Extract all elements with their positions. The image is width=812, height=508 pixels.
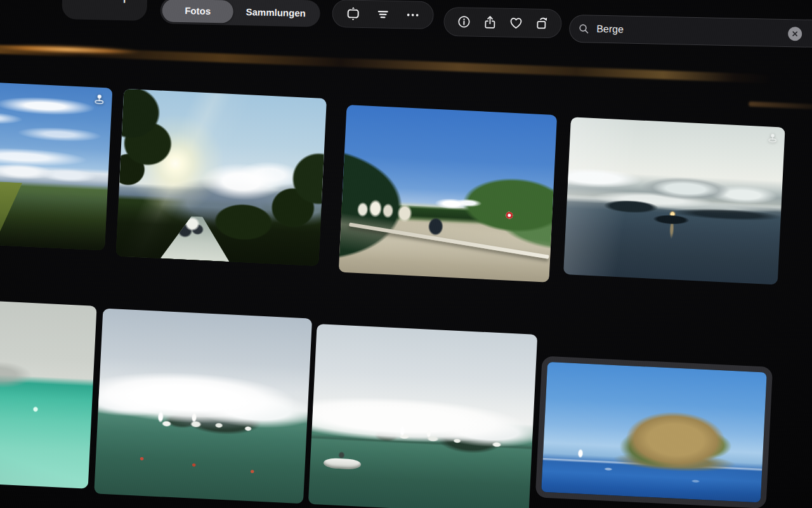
photo-shade xyxy=(0,187,107,250)
highway-art xyxy=(160,215,232,262)
photos-app-screen: + Fotos Sammlungen xyxy=(0,0,812,508)
location-badge-icon xyxy=(766,131,778,146)
photo-thumbnail-8[interactable] xyxy=(541,362,767,503)
guardrail-art xyxy=(349,222,549,259)
photo-thumbnail-3[interactable] xyxy=(339,105,558,283)
photo-thumbnail-4[interactable] xyxy=(563,117,785,284)
location-badge-icon xyxy=(93,92,106,108)
photo-thumbnail-6[interactable] xyxy=(94,309,312,504)
photo-thumbnail-1[interactable] xyxy=(0,81,112,251)
photo-thumbnail-2[interactable] xyxy=(116,89,327,266)
clear-circle-icon xyxy=(791,30,799,37)
photo-thumbnail-5[interactable] xyxy=(0,298,97,489)
speed-sign-art xyxy=(506,211,513,219)
dinghy-art xyxy=(324,458,362,469)
photo-thumbnail-7[interactable] xyxy=(308,324,537,508)
